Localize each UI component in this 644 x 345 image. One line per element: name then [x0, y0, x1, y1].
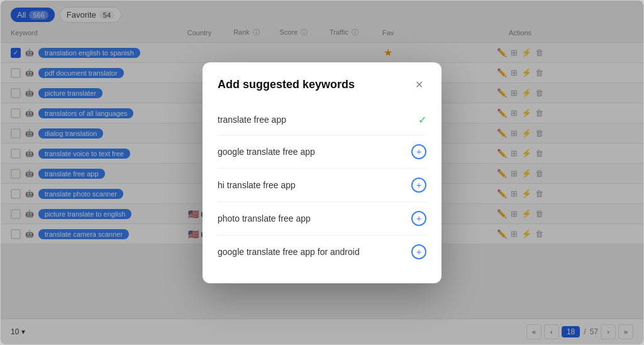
modal-item-add-button[interactable]: + [411, 178, 426, 193]
main-container: All 566 Favorite 54 Keyword Country Rank… [0, 0, 644, 345]
modal-item-label: hi translate free app [218, 180, 296, 190]
modal-item-add-button[interactable]: + [411, 211, 426, 226]
modal-item-label: photo translate free app [218, 213, 311, 223]
modal-item: hi translate free app + [218, 169, 426, 202]
modal-item-label: google translate free app [218, 147, 315, 157]
modal-item-add-button[interactable]: + [411, 144, 426, 159]
modal-item: photo translate free app + [218, 202, 426, 235]
modal: Add suggested keywords ✕ translate free … [203, 62, 441, 283]
modal-item-label: google translate free app for android [218, 247, 360, 257]
modal-items-list: translate free app ✓ google translate fr… [218, 105, 426, 268]
modal-item-label: translate free app [218, 115, 286, 125]
modal-item: translate free app ✓ [218, 105, 426, 135]
modal-overlay[interactable]: Add suggested keywords ✕ translate free … [1, 1, 643, 344]
modal-header: Add suggested keywords ✕ [218, 77, 426, 93]
modal-item: google translate free app for android + [218, 235, 426, 268]
modal-item-check-icon: ✓ [418, 114, 426, 126]
modal-title: Add suggested keywords [218, 78, 355, 91]
modal-item: google translate free app + [218, 135, 426, 169]
modal-close-button[interactable]: ✕ [411, 77, 426, 93]
modal-item-add-button[interactable]: + [411, 244, 426, 259]
